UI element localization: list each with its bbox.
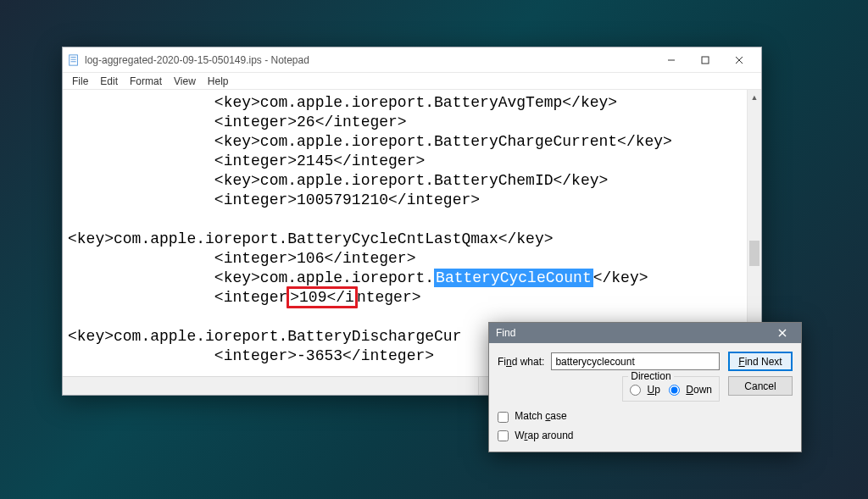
notepad-icon: [68, 54, 80, 66]
direction-down[interactable]: Down: [669, 384, 712, 396]
svg-rect-5: [702, 57, 709, 64]
direction-up[interactable]: Up: [630, 384, 660, 396]
scroll-up-arrow-icon[interactable]: ▲: [748, 90, 761, 104]
find-close-button[interactable]: [771, 324, 794, 342]
close-button[interactable]: [722, 48, 756, 72]
direction-group: Direction Up Down: [622, 376, 720, 402]
window-controls: [654, 48, 756, 72]
find-titlebar[interactable]: Find: [489, 323, 801, 343]
menubar: File Edit Format View Help: [63, 73, 761, 90]
find-next-button[interactable]: Find Next: [728, 352, 793, 371]
find-what-input[interactable]: [551, 352, 720, 370]
find-dialog: Find Find what: Find Next Direction Up D…: [488, 322, 802, 452]
find-what-label: Find what:: [498, 356, 544, 368]
menu-view[interactable]: View: [168, 74, 202, 89]
menu-help[interactable]: Help: [202, 74, 235, 89]
wrap-around-checkbox[interactable]: Wrap around: [498, 430, 793, 441]
direction-label: Direction: [628, 370, 673, 382]
minimize-button[interactable]: [654, 48, 688, 72]
menu-format[interactable]: Format: [124, 74, 168, 89]
cancel-button[interactable]: Cancel: [728, 376, 793, 396]
maximize-button[interactable]: [688, 48, 722, 72]
match-case-checkbox[interactable]: Match case: [498, 410, 793, 422]
menu-file[interactable]: File: [66, 74, 94, 89]
menu-edit[interactable]: Edit: [94, 74, 124, 89]
svg-rect-0: [70, 54, 78, 64]
find-title: Find: [496, 327, 515, 339]
titlebar[interactable]: log-aggregated-2020-09-15-050149.ips - N…: [63, 47, 761, 73]
scroll-thumb[interactable]: [749, 241, 760, 266]
window-title: log-aggregated-2020-09-15-050149.ips - N…: [85, 54, 309, 66]
